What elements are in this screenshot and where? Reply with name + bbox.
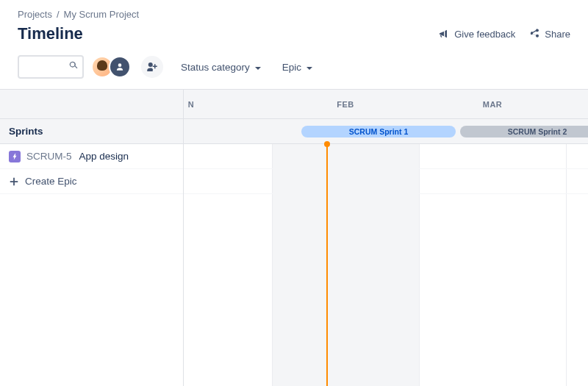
status-category-dropdown[interactable]: Status category — [178, 57, 265, 77]
breadcrumb-sep: / — [57, 9, 60, 20]
create-epic-label: Create Epic — [25, 176, 77, 187]
create-epic-button[interactable]: Create Epic — [0, 169, 183, 194]
epic-filter-dropdown[interactable]: Epic — [279, 57, 316, 77]
megaphone-icon — [438, 28, 450, 40]
sprint-name: SCRUM Sprint 2 — [508, 127, 567, 136]
breadcrumb-project[interactable]: My Scrum Project — [64, 9, 140, 20]
sprints-heading: Sprints — [0, 119, 183, 144]
epic-icon — [9, 151, 21, 162]
breadcrumb-root[interactable]: Projects — [18, 9, 52, 20]
add-people-button[interactable] — [141, 56, 163, 78]
sprint-pill-active[interactable]: SCRUM Sprint 1 — [301, 126, 456, 137]
sprint-name: SCRUM Sprint 1 — [349, 127, 409, 136]
create-epic-row-grid — [184, 169, 588, 194]
epic-filter-label: Epic — [282, 62, 301, 73]
share-icon — [528, 28, 540, 40]
sprint-pill-inactive[interactable]: SCRUM Sprint 2 — [460, 126, 588, 137]
issue-summary: App design — [79, 151, 129, 162]
breadcrumb: Projects / My Scrum Project — [18, 9, 570, 20]
issue-key: SCRUM-5 — [26, 151, 72, 162]
share-label: Share — [545, 29, 570, 40]
page-title: Timeline — [18, 24, 83, 43]
today-marker — [324, 141, 330, 147]
today-line — [326, 144, 328, 386]
timeline-grid[interactable]: SCRUM Sprint 1 SCRUM Sprint 2 — [184, 119, 588, 386]
epic-row-grid[interactable] — [184, 144, 588, 169]
give-feedback-button[interactable]: Give feedback — [438, 28, 515, 40]
epic-row[interactable]: SCRUM-5 App design — [0, 144, 183, 169]
feedback-label: Give feedback — [454, 29, 515, 40]
month-label: FEB — [272, 90, 419, 118]
sprint-row: SCRUM Sprint 1 SCRUM Sprint 2 — [184, 119, 588, 144]
sprints-heading-label: Sprints — [9, 126, 43, 137]
avatar-unassigned[interactable] — [109, 56, 131, 78]
assignee-avatars — [91, 56, 131, 78]
plus-icon — [9, 176, 19, 187]
chevron-down-icon — [306, 63, 313, 71]
chevron-down-icon — [254, 63, 262, 71]
add-people-icon — [146, 60, 159, 74]
share-button[interactable]: Share — [528, 28, 570, 40]
month-label: N — [184, 90, 213, 118]
status-category-label: Status category — [181, 62, 250, 73]
month-label: MAR — [419, 90, 566, 118]
search-icon — [68, 60, 79, 74]
